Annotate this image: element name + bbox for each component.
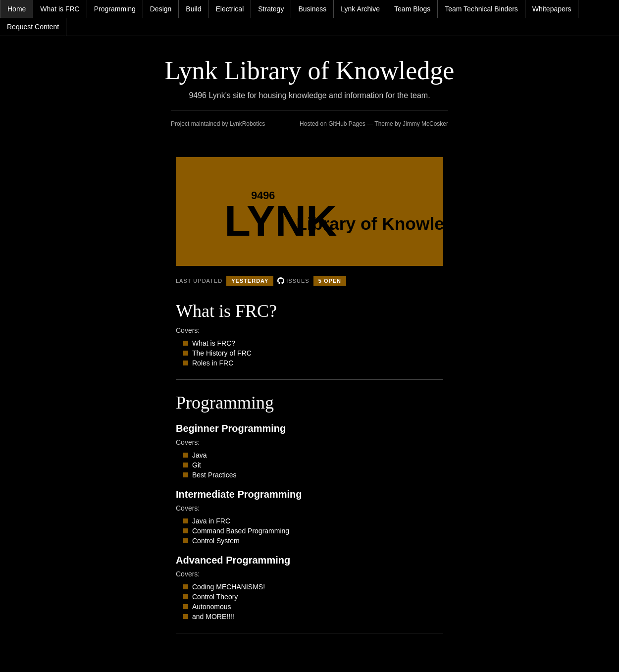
programming-title: Programming <box>176 392 443 413</box>
advanced-list: Coding MECHANISMS! Control Theory Autono… <box>183 583 443 620</box>
site-title: Lynk Library of Knowledge <box>10 56 609 85</box>
list-item: Control System <box>183 537 443 545</box>
bullet-icon <box>183 341 188 346</box>
list-item: Java <box>183 451 443 459</box>
last-updated-label: LAST UPDATED <box>176 278 222 284</box>
bullet-icon <box>183 584 188 589</box>
open-badge: 5 OPEN <box>313 276 346 286</box>
site-header: Lynk Library of Knowledge 9496 Lynk's si… <box>0 36 619 137</box>
nav-request-content[interactable]: Request Content <box>0 18 66 36</box>
what-is-frc-title: What is FRC? <box>176 301 443 321</box>
list-item: Best Practices <box>183 471 443 479</box>
nav-electrical[interactable]: Electrical <box>208 0 251 18</box>
list-item: Command Based Programming <box>183 527 443 535</box>
advanced-programming-title: Advanced Programming <box>176 555 443 566</box>
github-icon <box>277 277 284 284</box>
bullet-icon <box>183 614 188 619</box>
nav-what-is-frc[interactable]: What is FRC <box>33 0 87 18</box>
bullet-icon <box>183 528 188 533</box>
meta-hosted: Hosted on GitHub Pages — Theme by Jimmy … <box>300 120 448 127</box>
status-bar: LAST UPDATED YESTERDAY ISSUES 5 OPEN <box>176 276 443 286</box>
list-item: Autonomous <box>183 603 443 611</box>
intermediate-list: Java in FRC Command Based Programming Co… <box>183 517 443 545</box>
header-divider <box>171 110 448 110</box>
bullet-icon <box>183 361 188 365</box>
what-is-frc-section: What is FRC? Covers: What is FRC? The Hi… <box>176 301 443 367</box>
list-item: Coding MECHANISMS! <box>183 583 443 591</box>
bullet-icon <box>183 453 188 458</box>
main-nav: Home What is FRC Programming Design Buil… <box>0 0 619 36</box>
nav-home[interactable]: Home <box>0 0 33 18</box>
intermediate-programming-title: Intermediate Programming <box>176 489 443 500</box>
beginner-programming-title: Beginner Programming <box>176 423 443 434</box>
advanced-covers: Covers: <box>176 570 443 578</box>
intermediate-covers: Covers: <box>176 504 443 512</box>
list-item: Control Theory <box>183 593 443 601</box>
section-divider-bottom <box>176 633 443 633</box>
nav-build[interactable]: Build <box>179 0 208 18</box>
section-divider <box>176 379 443 380</box>
list-item: Git <box>183 461 443 469</box>
nav-team-technical-binders[interactable]: Team Technical Binders <box>438 0 525 18</box>
nav-business[interactable]: Business <box>291 0 334 18</box>
date-badge: YESTERDAY <box>226 276 273 286</box>
header-meta: Project maintained by LynkRobotics Hoste… <box>171 120 448 127</box>
list-item: Java in FRC <box>183 517 443 525</box>
nav-team-blogs[interactable]: Team Blogs <box>387 0 438 18</box>
list-item: What is FRC? <box>183 339 443 347</box>
programming-section: Programming Beginner Programming Covers:… <box>176 392 443 620</box>
beginner-list: Java Git Best Practices <box>183 451 443 479</box>
nav-programming[interactable]: Programming <box>87 0 143 18</box>
svg-text:Library of Knowledge: Library of Knowledge <box>296 214 443 233</box>
bullet-icon <box>183 518 188 523</box>
issues-label: ISSUES <box>277 277 309 284</box>
bullet-icon <box>183 463 188 467</box>
what-is-frc-list: What is FRC? The History of FRC Roles in… <box>183 339 443 367</box>
bullet-icon <box>183 472 188 477</box>
nav-design[interactable]: Design <box>143 0 179 18</box>
meta-maintained: Project maintained by LynkRobotics <box>171 120 265 127</box>
bullet-icon <box>183 538 188 543</box>
bullet-icon <box>183 594 188 599</box>
bullet-icon <box>183 351 188 356</box>
list-item: and MORE!!!! <box>183 613 443 620</box>
nav-whitepapers[interactable]: Whitepapers <box>525 0 579 18</box>
list-item: The History of FRC <box>183 349 443 357</box>
hero-image: 9496 LYNK Library of Knowledge <box>176 157 443 266</box>
nav-lynk-archive[interactable]: Lynk Archive <box>334 0 387 18</box>
main-content: 9496 LYNK Library of Knowledge LAST UPDA… <box>171 157 448 633</box>
what-is-frc-covers: Covers: <box>176 326 443 334</box>
nav-strategy[interactable]: Strategy <box>251 0 291 18</box>
hero-svg: 9496 LYNK Library of Knowledge <box>176 157 443 266</box>
site-subtitle: 9496 Lynk's site for housing knowledge a… <box>10 91 609 100</box>
list-item: Roles in FRC <box>183 359 443 367</box>
beginner-covers: Covers: <box>176 438 443 446</box>
bullet-icon <box>183 604 188 609</box>
